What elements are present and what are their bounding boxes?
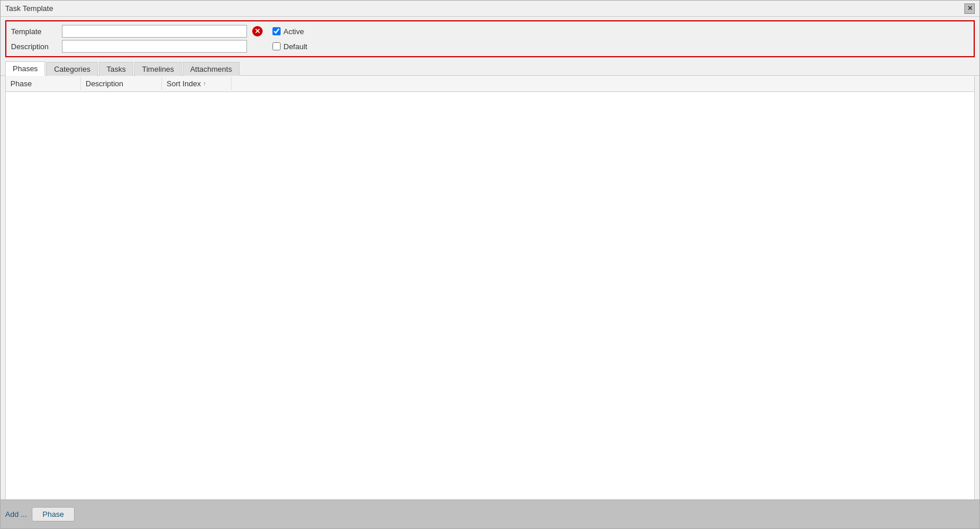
sort-index-column-label: Sort Index (167, 79, 201, 88)
tab-tasks[interactable]: Tasks (99, 62, 133, 76)
template-row: Template ✕ Active (11, 25, 969, 38)
footer-bar: Add ... Phase (1, 499, 979, 528)
column-header-description[interactable]: Description (81, 77, 162, 90)
template-input[interactable] (62, 25, 247, 38)
task-template-window: Task Template ✕ Template ✕ Active Descri… (0, 0, 980, 529)
description-row: Description Default (11, 40, 969, 53)
phase-column-label: Phase (10, 79, 32, 88)
checkboxes-group: Active (272, 27, 304, 36)
default-checkbox[interactable] (272, 42, 281, 50)
description-label: Description (11, 42, 57, 51)
phase-button[interactable]: Phase (32, 507, 75, 521)
description-input[interactable] (62, 40, 247, 53)
tab-timelines[interactable]: Timelines (134, 62, 181, 76)
template-label: Template (11, 27, 57, 36)
description-column-label: Description (86, 79, 123, 88)
default-label[interactable]: Default (283, 42, 307, 51)
default-checkbox-row: Default (272, 42, 307, 51)
column-header-phase[interactable]: Phase (6, 77, 81, 90)
clear-icon: ✕ (252, 26, 263, 36)
tab-categories[interactable]: Categories (46, 62, 98, 76)
column-header-sort-index[interactable]: Sort Index ↑ (162, 77, 231, 90)
active-checkbox-row: Active (272, 27, 304, 36)
clear-template-button[interactable]: ✕ (252, 25, 263, 37)
close-button[interactable]: ✕ (964, 3, 975, 14)
table-body (6, 92, 974, 528)
title-bar: Task Template ✕ (1, 1, 979, 17)
window-title: Task Template (5, 4, 53, 13)
table-header: Phase Description Sort Index ↑ (6, 76, 974, 92)
sort-direction-icon: ↑ (203, 80, 206, 87)
default-checkbox-group: Default (272, 42, 307, 51)
tab-phases[interactable]: Phases (5, 61, 45, 76)
tab-attachments[interactable]: Attachments (183, 62, 240, 76)
content-area: Phase Description Sort Index ↑ (5, 76, 975, 528)
add-link[interactable]: Add ... (5, 510, 27, 519)
form-section: Template ✕ Active Description Default (5, 20, 975, 57)
active-label[interactable]: Active (283, 27, 304, 36)
active-checkbox[interactable] (272, 27, 281, 35)
tabs-bar: Phases Categories Tasks Timelines Attach… (1, 61, 979, 76)
